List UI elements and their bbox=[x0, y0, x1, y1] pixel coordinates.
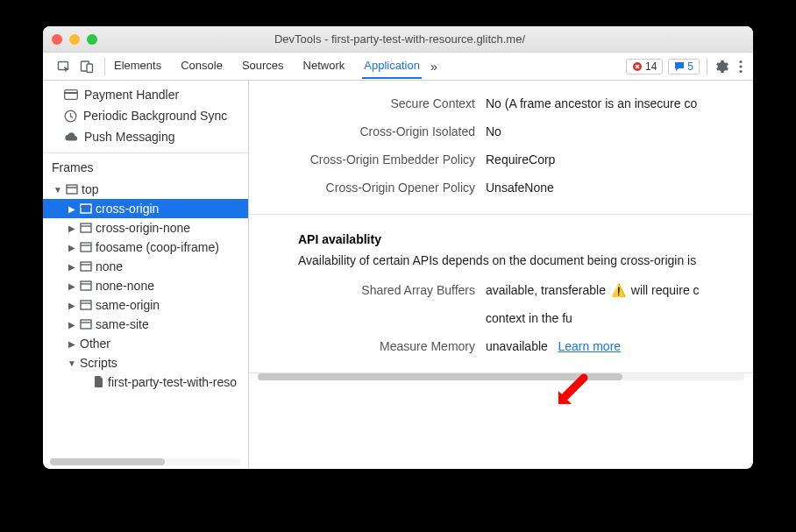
more-tabs-icon[interactable]: » bbox=[430, 60, 437, 74]
frame-tree-item[interactable]: ▶Other bbox=[43, 334, 248, 353]
row-value: UnsafeNone bbox=[486, 181, 554, 195]
frame-icon bbox=[80, 280, 92, 291]
sidebar-item-label: Periodic Background Sync bbox=[83, 109, 227, 123]
info-row: Cross-Origin IsolatedNo bbox=[249, 117, 753, 145]
frame-tree-item[interactable]: ▶none bbox=[43, 257, 248, 276]
settings-gear-icon[interactable] bbox=[714, 60, 728, 74]
frame-label: same-site bbox=[96, 317, 149, 331]
script-item[interactable]: first-party-test-with-reso bbox=[43, 372, 248, 392]
row-value: No bbox=[486, 124, 501, 138]
row-label: Cross-Origin Opener Policy bbox=[249, 181, 486, 195]
content-area: Payment Handler Periodic Background Sync… bbox=[43, 81, 753, 469]
api-availability-section: API availablity Availability of certain … bbox=[249, 215, 753, 373]
measure-memory-value: unavailable bbox=[486, 339, 548, 353]
tab-sources[interactable]: Sources bbox=[240, 53, 286, 79]
cloud-icon bbox=[64, 131, 78, 142]
row-label: Cross-Origin Embedder Policy bbox=[249, 153, 486, 167]
device-toolbar-icon[interactable] bbox=[80, 60, 94, 74]
info-row: Cross-Origin Embedder PolicyRequireCorp bbox=[249, 145, 753, 174]
error-count: 14 bbox=[645, 60, 657, 73]
frame-label: Scripts bbox=[80, 356, 117, 370]
row-value: No (A frame ancestor is an insecure co bbox=[486, 96, 697, 110]
row-value-sab: available, transferable ⚠️ will require … bbox=[486, 283, 700, 297]
frame-label: none bbox=[96, 259, 123, 273]
section-description: Availability of certain APIs depends on … bbox=[249, 250, 753, 276]
row-label: Secure Context bbox=[249, 96, 486, 110]
sidebar-item-label: Payment Handler bbox=[84, 88, 179, 102]
frame-icon bbox=[80, 261, 92, 272]
svg-rect-20 bbox=[81, 281, 91, 290]
tab-elements[interactable]: Elements bbox=[112, 53, 163, 79]
svg-rect-10 bbox=[67, 185, 77, 194]
sidebar-item-label: Push Messaging bbox=[84, 130, 175, 144]
frame-label: Other bbox=[80, 337, 110, 351]
frame-tree-item[interactable]: ▶cross-origin bbox=[43, 199, 248, 218]
frame-label: cross-origin bbox=[96, 202, 159, 216]
svg-rect-7 bbox=[65, 90, 78, 100]
tab-network[interactable]: Network bbox=[302, 53, 347, 79]
svg-rect-18 bbox=[81, 262, 91, 271]
clock-icon bbox=[64, 110, 77, 123]
warning-icon: ⚠️ bbox=[611, 283, 626, 297]
devtools-toolbar: Elements Console Sources Network Applica… bbox=[43, 53, 753, 81]
script-label: first-party-test-with-reso bbox=[108, 375, 237, 389]
frame-icon bbox=[80, 300, 92, 310]
svg-point-4 bbox=[739, 60, 742, 62]
kebab-menu-icon[interactable] bbox=[739, 60, 743, 74]
frame-icon bbox=[80, 242, 92, 252]
panel-tabs: Elements Console Sources Network Applica… bbox=[112, 53, 422, 79]
titlebar: DevTools - first-party-test-with-resourc… bbox=[43, 26, 753, 53]
frame-tree-item[interactable]: ▼Scripts bbox=[43, 353, 248, 372]
tab-application[interactable]: Application bbox=[362, 53, 422, 79]
row-label: Cross-Origin Isolated bbox=[249, 124, 486, 138]
row-label-mm: Measure Memory bbox=[249, 339, 486, 353]
sidebar-item-push-messaging[interactable]: Push Messaging bbox=[43, 126, 248, 147]
sidebar-horizontal-scrollbar[interactable] bbox=[50, 458, 241, 465]
frame-label: top bbox=[82, 182, 98, 196]
svg-rect-24 bbox=[81, 320, 91, 329]
row-value-sab-cont: context in the fu bbox=[486, 311, 572, 325]
security-section: Secure ContextNo (A frame ancestor is an… bbox=[249, 81, 753, 215]
svg-rect-14 bbox=[81, 223, 91, 232]
sidebar-item-payment-handler[interactable]: Payment Handler bbox=[43, 84, 248, 105]
devtools-window: DevTools - first-party-test-with-resourc… bbox=[43, 26, 753, 469]
svg-rect-12 bbox=[81, 204, 91, 213]
frame-icon bbox=[80, 223, 92, 233]
learn-more-link[interactable]: Learn more bbox=[558, 339, 622, 353]
svg-point-6 bbox=[739, 69, 742, 72]
row-value: RequireCorp bbox=[486, 153, 555, 167]
window-title: DevTools - first-party-test-with-resourc… bbox=[55, 32, 744, 46]
frame-label: foosame (coop-iframe) bbox=[96, 240, 219, 254]
message-count: 5 bbox=[687, 60, 693, 73]
svg-rect-16 bbox=[81, 243, 91, 252]
frame-label: same-origin bbox=[96, 298, 160, 312]
frame-tree-item[interactable]: ▶cross-origin-none bbox=[43, 218, 248, 238]
sidebar: Payment Handler Periodic Background Sync… bbox=[43, 81, 249, 469]
inspect-element-icon[interactable] bbox=[57, 60, 71, 74]
tab-console[interactable]: Console bbox=[179, 53, 224, 79]
frames-header: Frames bbox=[43, 153, 248, 180]
message-count-badge[interactable]: 5 bbox=[668, 59, 700, 74]
info-row: Secure ContextNo (A frame ancestor is an… bbox=[249, 89, 753, 117]
frame-tree-item[interactable]: ▶none-none bbox=[43, 276, 248, 295]
frame-icon bbox=[80, 319, 92, 330]
frame-tree-item[interactable]: ▶same-site bbox=[43, 315, 248, 334]
frame-label: cross-origin-none bbox=[96, 221, 190, 235]
info-row: Cross-Origin Opener PolicyUnsafeNone bbox=[249, 174, 753, 202]
sidebar-item-periodic-bg-sync[interactable]: Periodic Background Sync bbox=[43, 105, 248, 126]
frame-label: none-none bbox=[96, 279, 154, 293]
frame-tree-item[interactable]: ▶foosame (coop-iframe) bbox=[43, 238, 248, 257]
error-count-badge[interactable]: 14 bbox=[626, 59, 663, 74]
section-title: API availablity bbox=[249, 223, 753, 250]
svg-point-5 bbox=[739, 65, 742, 67]
frame-tree-top[interactable]: ▼ top bbox=[43, 180, 248, 199]
card-icon bbox=[64, 89, 78, 100]
svg-rect-22 bbox=[81, 301, 91, 309]
main-panel: Secure ContextNo (A frame ancestor is an… bbox=[249, 81, 753, 469]
row-label-sab: Shared Array Buffers bbox=[249, 283, 486, 297]
frame-icon bbox=[80, 203, 92, 214]
frame-tree-item[interactable]: ▶same-origin bbox=[43, 295, 248, 315]
main-horizontal-scrollbar[interactable] bbox=[249, 373, 753, 386]
svg-rect-2 bbox=[87, 64, 93, 73]
